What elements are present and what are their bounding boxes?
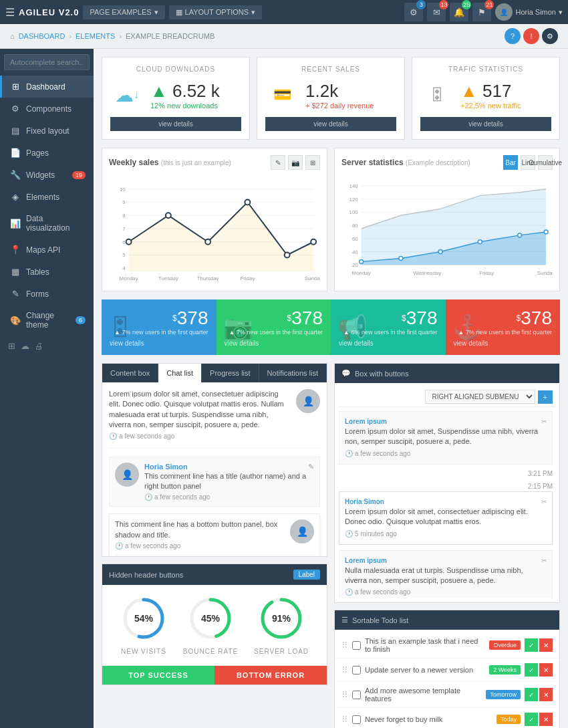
mail-btn[interactable]: ✉13	[427, 3, 446, 21]
flag-btn[interactable]: ⚑21	[472, 3, 491, 21]
chat-item-action-btn[interactable]: ✎	[308, 463, 314, 471]
bwb-action-btn[interactable]: +	[538, 390, 553, 404]
submenu-select[interactable]: RIGHT ALIGNED SUBMENU	[425, 390, 535, 404]
tab-chat-list[interactable]: Chat list	[158, 364, 202, 382]
expand-chart-btn[interactable]: ⊞	[305, 155, 320, 170]
todo-checkbox-4[interactable]	[352, 715, 361, 724]
page-examples-btn[interactable]: PAGE EXAMPLES ▾	[83, 5, 164, 19]
todo-del-2[interactable]: ✕	[539, 663, 553, 677]
svg-text:10: 10	[120, 187, 126, 193]
sidebar-item-components[interactable]: ⚙ Components	[0, 98, 94, 120]
bounce-rate-label: BOUNCE RATE	[183, 648, 239, 655]
sidebar-item-label: Forms	[26, 289, 49, 299]
view-details-sales[interactable]: view details	[265, 117, 396, 131]
content-box-tabs: Content box Chat list Progress list Noti…	[102, 364, 327, 382]
drag-handle[interactable]: ⠿	[341, 640, 348, 650]
tab-progress-list[interactable]: Progress list	[202, 364, 259, 382]
breadcrumb-level1[interactable]: ELEMENTS	[76, 32, 115, 40]
todo-ok-3[interactable]: ✓	[525, 688, 538, 701]
layout-options-btn[interactable]: ▦ LAYOUT OPTIONS ▾	[169, 5, 263, 19]
main-content: CLOUD DOWNLOADS ☁↓ ▲ 6.52 k 12% new down…	[94, 49, 568, 728]
svg-text:9: 9	[122, 199, 126, 205]
chat-avatar-2: 👤	[115, 463, 139, 487]
sidebar-item-dashboard[interactable]: ⊞ Dashboard	[0, 76, 94, 98]
breadcrumb-home[interactable]: DASHBOARD	[19, 32, 65, 40]
svg-point-43	[438, 250, 442, 254]
sidebar-item-change-theme[interactable]: 🎨 Change theme 6	[0, 305, 94, 336]
sidebar-item-widgets[interactable]: 🔧 Widgets 19	[0, 164, 94, 186]
forms-icon: ✎	[10, 289, 21, 299]
footer-icon-3[interactable]: 🖨	[35, 341, 43, 351]
todo-ok-1[interactable]: ✓	[525, 638, 538, 652]
svg-text:120: 120	[349, 197, 359, 203]
tab-notifications-list[interactable]: Notifications list	[259, 364, 327, 382]
help-btn[interactable]: ?	[505, 28, 521, 44]
view-details-cloud[interactable]: view details	[110, 117, 241, 131]
svg-text:80: 80	[352, 223, 358, 229]
drag-handle[interactable]: ⠿	[341, 715, 348, 725]
stat-main-value: ▲ 6.52 k	[150, 81, 241, 102]
sidebar-item-fixed-layout[interactable]: ▤ Fixed layout	[0, 120, 94, 142]
top-nav-right: ⚙3 ✉13 🔔25 ⚑21 👤 Horia Simon ▾	[404, 3, 563, 21]
bar-btn[interactable]: Bar	[503, 155, 518, 170]
view-details-traffic[interactable]: view details	[420, 117, 551, 131]
camera-chart-btn[interactable]: 📷	[288, 155, 303, 170]
drag-handle[interactable]: ⠿	[341, 665, 348, 675]
widgets-icon: 🔧	[10, 170, 21, 180]
pages-icon: 📄	[10, 148, 21, 158]
brand-logo: AGILEU V2.0	[19, 7, 79, 17]
bottom-section: Content box Chat list Progress list Noti…	[102, 363, 560, 728]
todo-ok-4[interactable]: ✓	[525, 713, 538, 726]
svg-marker-13	[129, 203, 314, 272]
footer-icon-1[interactable]: ⊞	[8, 341, 15, 351]
stat-title-cloud: CLOUD DOWNLOADS	[110, 66, 241, 73]
settings-btn[interactable]: ⚙3	[404, 3, 423, 21]
tab-content-box[interactable]: Content box	[102, 364, 158, 382]
blue-card-icon: 🎛	[108, 314, 132, 342]
svg-point-16	[205, 239, 210, 245]
edit-chart-btn[interactable]: ✎	[271, 155, 285, 170]
bottom-error-btn[interactable]: BOTTOM ERROR	[215, 666, 327, 685]
todo-del-3[interactable]: ✕	[539, 688, 553, 701]
todo-checkbox-1[interactable]	[352, 641, 361, 650]
sidebar-search	[0, 49, 94, 76]
footer-icon-2[interactable]: ☁	[21, 341, 29, 351]
svg-point-42	[399, 256, 403, 260]
svg-text:100: 100	[349, 209, 359, 215]
todo-checkbox-2[interactable]	[352, 666, 361, 675]
msg-bubble-1: Lorem ipsum ✂ Lorem ipsum dolor sit amet…	[339, 411, 553, 465]
green-card-icon: 📷	[223, 314, 253, 342]
svg-point-18	[285, 253, 290, 258]
sidebar-item-data-viz[interactable]: 📊 Data visualization	[0, 208, 94, 239]
theme-icon: 🎨	[10, 316, 21, 326]
todo-del-1[interactable]: ✕	[539, 638, 553, 652]
charts-row: Weekly sales (this is just an example) ✎…	[102, 148, 560, 291]
todo-del-4[interactable]: ✕	[539, 713, 553, 726]
home-icon: ⌂	[10, 32, 15, 40]
sidebar-item-pages[interactable]: 📄 Pages	[0, 142, 94, 164]
svg-text:Friday: Friday	[479, 270, 494, 276]
drag-handle[interactable]: ⠿	[341, 690, 348, 700]
sidebar-item-forms[interactable]: ✎ Forms	[0, 283, 94, 305]
todo-ok-2[interactable]: ✓	[525, 663, 538, 677]
todo-checkbox-3[interactable]	[352, 691, 361, 699]
search-input[interactable]	[4, 54, 90, 70]
top-success-btn[interactable]: TOP SUCCESS	[102, 666, 215, 685]
gear-btn[interactable]: ⚙	[542, 28, 558, 44]
cumulative-btn[interactable]: Cumulative	[538, 155, 553, 170]
sidebar-item-label: Data visualization	[26, 214, 86, 233]
stat-card-traffic: TRAFIC STATISTICS 🎛 ▲ 517 +22,5% new tra…	[412, 57, 560, 140]
alert-btn[interactable]: !	[523, 28, 539, 44]
sidebar-item-maps[interactable]: 📍 Maps API	[0, 239, 94, 261]
color-card-teal: 📢 $378 ▲ 6% new users in the first quart…	[331, 299, 446, 355]
user-menu-btn[interactable]: 👤 Horia Simon ▾	[495, 3, 563, 21]
sidebar-item-elements[interactable]: ◈ Elements	[0, 186, 94, 208]
circle-bounce-rate: 45% BOUNCE RATE	[183, 595, 239, 655]
bell-btn[interactable]: 🔔25	[450, 3, 468, 21]
todo-badge-4: Today	[496, 715, 521, 724]
chevron-down-icon: ▾	[251, 8, 255, 17]
stat-values-cloud: ▲ 6.52 k 12% new downloads	[150, 81, 241, 110]
chat-time-2: 🕐a few seconds ago	[144, 493, 314, 501]
sidebar-item-tables[interactable]: ▦ Tables	[0, 261, 94, 283]
hamburger-icon[interactable]: ☰	[5, 6, 15, 19]
